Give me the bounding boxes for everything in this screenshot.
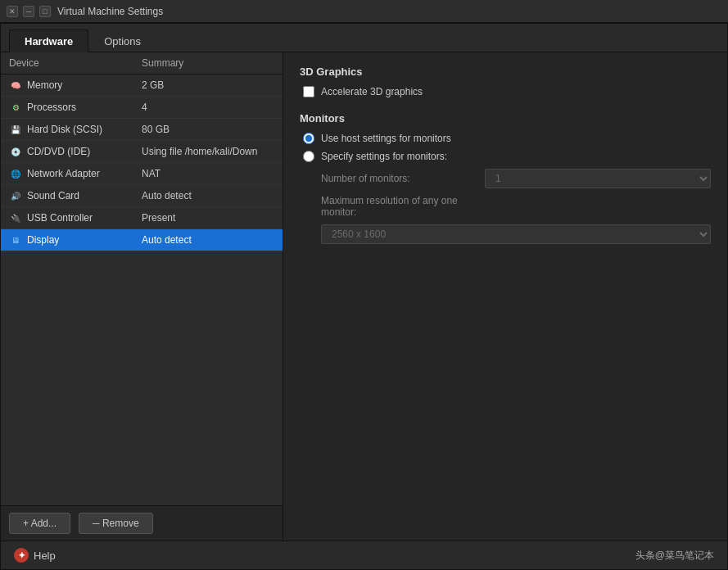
device-name-processors: Processors (27, 102, 76, 113)
monitors-specify-label: Specify settings for monitors: (321, 151, 447, 162)
accelerate-3d-row: Accelerate 3D graphics (303, 86, 711, 97)
num-monitors-select: 1 (485, 169, 711, 188)
monitors-host-label: Use host settings for monitors (321, 133, 451, 144)
device-name-display: Display (27, 234, 59, 246)
help-icon: ✦ (14, 548, 29, 563)
monitors-specify-radio[interactable] (303, 151, 314, 162)
harddisk-icon: 💾 (9, 123, 22, 136)
network-icon: 🌐 (9, 167, 22, 180)
device-summary-display: Auto detect (142, 234, 274, 246)
device-summary-processors: 4 (142, 102, 274, 113)
device-buttons: + Add... ─ Remove (1, 505, 283, 541)
device-table: Device Summary 🧠 Memory 2 GB ⚙ Processor… (1, 52, 283, 505)
help-label: Help (34, 550, 56, 562)
display-icon: 🖥 (9, 233, 22, 247)
monitors-section: Monitors Use host settings for monitors … (300, 112, 711, 244)
footer: ✦ Help 头条@菜鸟笔记本 (1, 541, 727, 569)
accelerate-3d-checkbox[interactable] (303, 86, 314, 97)
max-resolution-select-row: 2560 x 1600 (321, 224, 711, 244)
device-name-network: Network Adapter (27, 168, 100, 179)
memory-icon: 🧠 (9, 79, 22, 92)
device-row-usb[interactable]: 🔌 USB Controller Present (1, 207, 283, 229)
device-name-sound: Sound Card (27, 190, 79, 201)
device-name-harddisk: Hard Disk (SCSI) (27, 124, 102, 135)
device-summary-memory: 2 GB (142, 79, 274, 91)
device-summary-harddisk: 80 GB (142, 124, 274, 135)
graphics-3d-title: 3D Graphics (300, 66, 711, 78)
device-summary-cdrom: Using file /home/kali/Down (142, 146, 274, 157)
device-name-cdrom: CD/DVD (IDE) (27, 146, 90, 157)
monitors-host-radio[interactable] (303, 133, 314, 144)
max-resolution-row: Maximum resolution of any one monitor: (321, 195, 711, 218)
device-row-sound[interactable]: 🔊 Sound Card Auto detect (1, 185, 283, 207)
max-resolution-label: Maximum resolution of any one monitor: (321, 195, 485, 218)
remove-button[interactable]: ─ Remove (79, 513, 153, 534)
num-monitors-label: Number of monitors: (321, 173, 485, 184)
titlebar-controls: ✕ ─ □ (7, 6, 51, 17)
content-area: Device Summary 🧠 Memory 2 GB ⚙ Processor… (1, 52, 727, 541)
settings-panel: 3D Graphics Accelerate 3D graphics Monit… (283, 52, 727, 541)
max-resolution-select: 2560 x 1600 (321, 224, 711, 244)
device-table-header: Device Summary (1, 52, 283, 75)
device-panel: Device Summary 🧠 Memory 2 GB ⚙ Processor… (1, 52, 283, 541)
device-name-usb: USB Controller (27, 212, 93, 224)
device-summary-usb: Present (142, 212, 274, 224)
device-row-processors[interactable]: ⚙ Processors 4 (1, 97, 283, 119)
column-summary: Summary (142, 57, 274, 69)
close-button[interactable]: ✕ (7, 6, 18, 17)
tab-bar: Hardware Options (1, 24, 727, 52)
device-row-network[interactable]: 🌐 Network Adapter NAT (1, 163, 283, 185)
monitors-title: Monitors (300, 112, 711, 124)
sound-icon: 🔊 (9, 189, 22, 202)
processors-icon: ⚙ (9, 101, 22, 114)
monitors-specify-row: Specify settings for monitors: (303, 151, 711, 162)
device-row-memory[interactable]: 🧠 Memory 2 GB (1, 75, 283, 97)
monitors-host-row: Use host settings for monitors (303, 133, 711, 144)
tab-options[interactable]: Options (88, 29, 156, 52)
column-device: Device (9, 57, 142, 69)
maximize-button[interactable]: □ (39, 6, 51, 17)
help-button[interactable]: ✦ Help (14, 548, 56, 563)
minimize-button[interactable]: ─ (23, 6, 34, 17)
cdrom-icon: 💿 (9, 145, 22, 158)
watermark: 头条@菜鸟笔记本 (635, 549, 714, 563)
usb-icon: 🔌 (9, 211, 22, 224)
window-title: Virtual Machine Settings (57, 6, 163, 17)
device-row-display[interactable]: 🖥 Display Auto detect (1, 229, 283, 251)
device-summary-network: NAT (142, 168, 274, 179)
main-window: Hardware Options Device Summary 🧠 Memory… (0, 23, 728, 570)
titlebar: ✕ ─ □ Virtual Machine Settings (0, 0, 728, 23)
device-summary-sound: Auto detect (142, 190, 274, 201)
accelerate-3d-label: Accelerate 3D graphics (321, 86, 423, 97)
device-row-harddisk[interactable]: 💾 Hard Disk (SCSI) 80 GB (1, 119, 283, 141)
tab-hardware[interactable]: Hardware (9, 29, 88, 52)
add-button[interactable]: + Add... (9, 513, 70, 534)
num-monitors-row: Number of monitors: 1 (321, 169, 711, 188)
device-row-cdrom[interactable]: 💿 CD/DVD (IDE) Using file /home/kali/Dow… (1, 141, 283, 163)
device-name-memory: Memory (27, 79, 62, 91)
